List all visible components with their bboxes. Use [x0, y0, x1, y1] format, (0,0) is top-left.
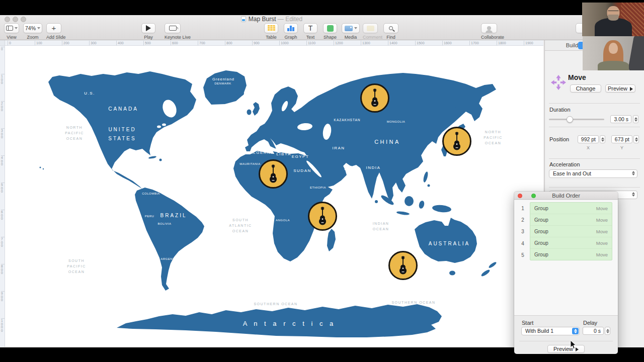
- zoom-button[interactable]: 74% Zoom: [23, 23, 42, 40]
- change-effect-button[interactable]: Change: [570, 84, 601, 93]
- collaborate-button[interactable]: Collaborate: [481, 23, 504, 40]
- build-order-row[interactable]: GroupMove: [530, 214, 612, 226]
- guitar-case: [627, 36, 644, 70]
- divider: [549, 127, 640, 127]
- build-order-row[interactable]: GroupMove: [530, 203, 612, 214]
- map-label: SUDAN: [293, 168, 311, 173]
- build-order-titlebar[interactable]: Build Order: [514, 192, 618, 200]
- image-icon: [345, 26, 353, 31]
- ruler-tick: 1 0 0: [1, 74, 5, 85]
- build-item-name: Group: [534, 206, 548, 211]
- effect-name: Move: [568, 73, 586, 81]
- text-button[interactable]: T Text: [303, 23, 317, 40]
- build-order-number: 4: [518, 241, 527, 246]
- build-order-selection[interactable]: GroupMoveGroupMoveGroupMoveGroupMoveGrou…: [530, 202, 612, 260]
- build-order-number: 1: [518, 206, 527, 211]
- start-popup[interactable]: With Build 1: [521, 327, 580, 335]
- duration-slider-thumb[interactable]: [567, 116, 573, 123]
- position-label: Position: [549, 136, 569, 142]
- build-item-name: Group: [534, 240, 548, 246]
- duration-stepper[interactable]: [633, 115, 638, 123]
- add-slide-button[interactable]: + Add Slide: [46, 23, 66, 40]
- position-y-field[interactable]: 673 pt: [611, 135, 632, 143]
- ruler-tick: 1400: [388, 41, 397, 45]
- divider: [519, 341, 613, 341]
- build-item-name: Group: [534, 252, 548, 257]
- guitar-marker[interactable]: [259, 159, 288, 189]
- table-icon: [267, 25, 275, 31]
- popup-chevrons-icon: [632, 192, 635, 197]
- map-label: ARGENTINA: [160, 257, 181, 260]
- map-label: INDIA: [366, 165, 381, 170]
- slide-canvas[interactable]: U.S.CANADAUNITEDSTATESGreenlandDENMARKBR…: [5, 46, 543, 347]
- search-icon: [389, 26, 393, 30]
- view-button[interactable]: View: [4, 23, 19, 40]
- delay-stepper[interactable]: [605, 327, 610, 335]
- position-x-field[interactable]: 992 pt: [578, 135, 599, 143]
- map-label: MAURITANIA: [239, 162, 261, 165]
- map-label: OCEAN: [66, 137, 83, 140]
- map-label: A n t a r c t i c a: [243, 320, 336, 327]
- position-x-stepper[interactable]: [600, 135, 605, 143]
- map-label: SOUTH: [232, 218, 249, 222]
- ruler-tick: 2 0 0: [1, 101, 5, 112]
- ruler-tick: 9 0 0: [1, 291, 5, 302]
- map-label: U.S.: [84, 91, 95, 96]
- build-order-row[interactable]: GroupMove: [530, 226, 612, 237]
- map-label: DENMARK: [214, 82, 231, 85]
- screen: Map Burst — Edited View 74% Zoom + Add S…: [0, 0, 644, 362]
- play-button[interactable]: Play: [141, 23, 155, 40]
- find-button[interactable]: Find: [383, 23, 398, 40]
- media-button[interactable]: Media: [342, 23, 360, 40]
- keynote-live-button[interactable]: Keynote Live: [165, 23, 191, 40]
- ruler-tick: 300: [89, 41, 97, 45]
- ruler-tick: 0: [8, 41, 11, 45]
- map-label: Greenland: [212, 77, 234, 81]
- shape-button[interactable]: Shape: [323, 23, 337, 40]
- window-title: Map Burst — Edited: [0, 16, 543, 23]
- guitar-marker[interactable]: [308, 202, 337, 231]
- acceleration-label: Acceleration: [549, 161, 580, 167]
- build-item-effect: Move: [596, 229, 608, 234]
- map-label: STATES: [108, 136, 136, 141]
- shape-icon: [327, 25, 334, 32]
- duration-field[interactable]: 3.00 s: [610, 115, 631, 123]
- position-y-stepper[interactable]: [633, 135, 639, 143]
- guitar-marker[interactable]: [388, 251, 418, 280]
- ruler-tick: 1000: [279, 41, 289, 45]
- map-label: MONGOLIA: [387, 120, 405, 123]
- ruler-tick: 1600: [442, 41, 452, 45]
- build-order-row[interactable]: GroupMove: [530, 249, 612, 260]
- guitar-marker[interactable]: [442, 127, 471, 156]
- table-button[interactable]: Table: [264, 23, 278, 40]
- build-order-row[interactable]: GroupMove: [530, 237, 612, 249]
- map-label: CHINA: [374, 139, 400, 145]
- preview-effect-button[interactable]: Preview: [605, 84, 635, 93]
- build-order-preview-button[interactable]: Preview: [547, 345, 585, 353]
- delay-field[interactable]: 0 s: [583, 327, 604, 335]
- acceleration-popup[interactable]: Ease In and Out: [549, 169, 637, 178]
- popup-chevrons-icon: [632, 171, 635, 175]
- map-label: AUSTRALIA: [429, 241, 470, 246]
- guitar-marker[interactable]: [360, 83, 389, 113]
- build-item-name: Group: [534, 229, 548, 234]
- titlebar: Map Burst — Edited View 74% Zoom + Add S…: [0, 15, 644, 40]
- ruler-tick: 1500: [415, 41, 425, 45]
- ruler-tick: 1700: [469, 41, 479, 45]
- comment-button[interactable]: Comment: [363, 23, 382, 40]
- divider: [549, 187, 640, 188]
- x-axis-label: X: [587, 145, 590, 150]
- map-label: NORTH: [66, 126, 83, 129]
- webcam1-person: [595, 18, 632, 36]
- ruler-tick: 3 0 0: [1, 128, 5, 139]
- start-label: Start: [522, 320, 533, 326]
- ruler-horizontal: 0100200300400500600700800900100011001200…: [5, 40, 543, 46]
- duration-slider[interactable]: [549, 119, 604, 120]
- build-item-effect: Move: [596, 217, 608, 223]
- map-label: BRAZIL: [160, 213, 187, 218]
- view-icon: [6, 26, 13, 31]
- ruler-tick: 0: [1, 47, 5, 51]
- build-order-title: Build Order: [514, 193, 618, 199]
- plus-icon: +: [52, 24, 56, 32]
- graph-button[interactable]: Graph: [284, 23, 298, 40]
